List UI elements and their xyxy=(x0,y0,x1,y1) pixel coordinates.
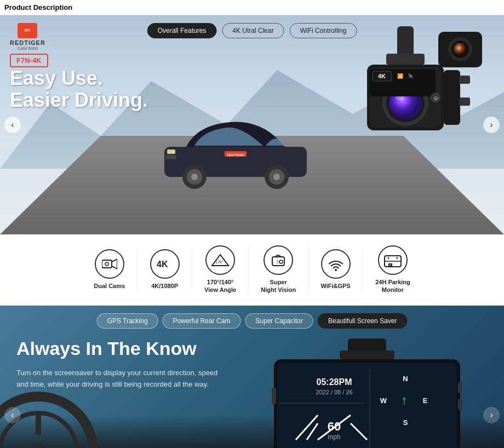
svg-text:4K: 4K xyxy=(378,73,386,79)
next-arrow[interactable]: › xyxy=(483,117,500,133)
feature-dual-cams: Dual Cams xyxy=(82,249,138,290)
prev-arrow[interactable]: ‹ xyxy=(4,117,21,133)
parking-label: 24H ParkingMonitor xyxy=(375,278,410,294)
4k-icon: 4K xyxy=(150,249,180,279)
svg-text:W: W xyxy=(380,397,387,405)
tab-rear-cam[interactable]: Powerful Rear Cam xyxy=(163,313,241,329)
section2-screensaver: GPS Tracking Powerful Rear Cam Super Cap… xyxy=(0,306,504,448)
tab-screensaver[interactable]: Beautifull Screen Saver xyxy=(318,313,407,329)
svg-rect-12 xyxy=(386,54,425,65)
svg-text:N: N xyxy=(403,375,408,383)
tab-super-capacitor[interactable]: Super Capacitor xyxy=(245,313,313,329)
parking-icon: 🅿 xyxy=(378,245,408,275)
feature-wifi-gps: WiFi&GPS xyxy=(308,249,363,290)
hero-line1: Easy Use. xyxy=(10,67,148,89)
svg-rect-72 xyxy=(458,382,462,393)
svg-point-32 xyxy=(454,43,467,56)
logo-emblem: RT xyxy=(18,23,37,38)
svg-rect-74 xyxy=(272,388,276,404)
feature-parking: 🅿 24H ParkingMonitor xyxy=(363,245,422,294)
screensaver-device: 05:28PM 2022 / 08 / 26 60 mph N W ↑ E S xyxy=(263,338,471,448)
svg-text:🛰: 🛰 xyxy=(408,73,414,79)
4k-label: 4K/1080P xyxy=(151,282,178,290)
svg-text:🅿: 🅿 xyxy=(388,263,392,267)
section2-headline: Always In The Know xyxy=(16,338,225,359)
section1-hero: RT REDTIGER CAM 6000 Overall Features 4K… xyxy=(0,15,504,234)
feature-4k: 4K 4K/1080P xyxy=(138,249,192,290)
product-model-tag: F7N-4K xyxy=(10,54,48,67)
svg-rect-33 xyxy=(102,260,112,268)
svg-text:☽: ☽ xyxy=(274,259,279,265)
svg-point-43 xyxy=(387,257,389,259)
svg-rect-28 xyxy=(459,97,470,106)
tab-overall-features[interactable]: Overall Features xyxy=(147,23,217,38)
model-name: CAM 6000 xyxy=(18,46,38,51)
brand-logo: RT REDTIGER CAM 6000 xyxy=(10,23,45,51)
svg-text:S: S xyxy=(403,418,408,427)
section2-next-arrow[interactable]: › xyxy=(483,407,500,423)
wifi-gps-icon xyxy=(321,249,351,279)
tab-4k-clear[interactable]: 4K Utral Clear xyxy=(222,23,284,38)
svg-rect-8 xyxy=(167,150,175,154)
svg-point-52 xyxy=(30,443,47,448)
night-vision-label: SuperNight Vision xyxy=(261,278,296,294)
dual-cams-icon xyxy=(95,249,124,279)
svg-text:2022 / 08 / 26: 2022 / 08 / 26 xyxy=(316,389,352,395)
camera-product-image: 4K 📶 🛰 ⏻ xyxy=(312,26,499,234)
svg-text:E: E xyxy=(423,397,428,405)
svg-text:05:28PM: 05:28PM xyxy=(317,377,352,387)
page-title: Product Description xyxy=(0,0,504,15)
svg-text:mph: mph xyxy=(328,433,340,441)
section2-text-block: Always In The Know Turn on the screensav… xyxy=(16,338,225,390)
section2-prev-arrow[interactable]: ‹ xyxy=(4,407,21,423)
tab-gps-tracking[interactable]: GPS Tracking xyxy=(97,313,158,329)
feature-night-vision: ☽ SuperNight Vision xyxy=(249,245,308,294)
svg-point-44 xyxy=(396,257,398,259)
hero-text-block: Easy Use. Easier Driving. xyxy=(10,67,148,111)
svg-text:↑: ↑ xyxy=(402,393,408,407)
view-angle-label: 170°/140°View Angle xyxy=(204,278,236,294)
section2-body: Turn on the screensaver to display your … xyxy=(16,367,225,390)
car-image: REDTIGER xyxy=(153,103,318,191)
svg-rect-56 xyxy=(277,363,457,448)
night-vision-icon: ☽ xyxy=(264,245,293,275)
brand-name: REDTIGER xyxy=(10,39,45,46)
section2-tab-bar: GPS Tracking Powerful Rear Cam Super Cap… xyxy=(97,313,408,329)
svg-point-6 xyxy=(273,174,280,180)
view-angle-icon: 170° xyxy=(205,245,235,275)
hero-line2: Easier Driving. xyxy=(10,89,148,111)
svg-rect-27 xyxy=(459,76,470,84)
svg-text:170°: 170° xyxy=(215,260,224,264)
svg-rect-7 xyxy=(165,155,176,159)
features-strip: Dual Cams 4K 4K/1080P 170° 170°/140°View… xyxy=(0,234,504,306)
feature-view-angle: 170° 170°/140°View Angle xyxy=(192,245,249,294)
svg-marker-34 xyxy=(112,259,117,269)
svg-point-3 xyxy=(191,174,198,180)
dual-cams-label: Dual Cams xyxy=(94,282,125,290)
svg-point-40 xyxy=(279,260,283,263)
svg-rect-73 xyxy=(458,399,462,410)
wifi-gps-label: WiFi&GPS xyxy=(321,282,351,290)
svg-text:60: 60 xyxy=(328,420,341,433)
svg-point-41 xyxy=(335,269,337,271)
svg-text:4K: 4K xyxy=(157,260,168,269)
svg-rect-26 xyxy=(444,70,460,125)
svg-point-35 xyxy=(105,262,108,266)
svg-text:📶: 📶 xyxy=(397,73,404,79)
svg-text:⏻: ⏻ xyxy=(433,96,438,101)
svg-text:REDTIGER: REDTIGER xyxy=(227,153,244,157)
svg-rect-54 xyxy=(340,351,394,359)
